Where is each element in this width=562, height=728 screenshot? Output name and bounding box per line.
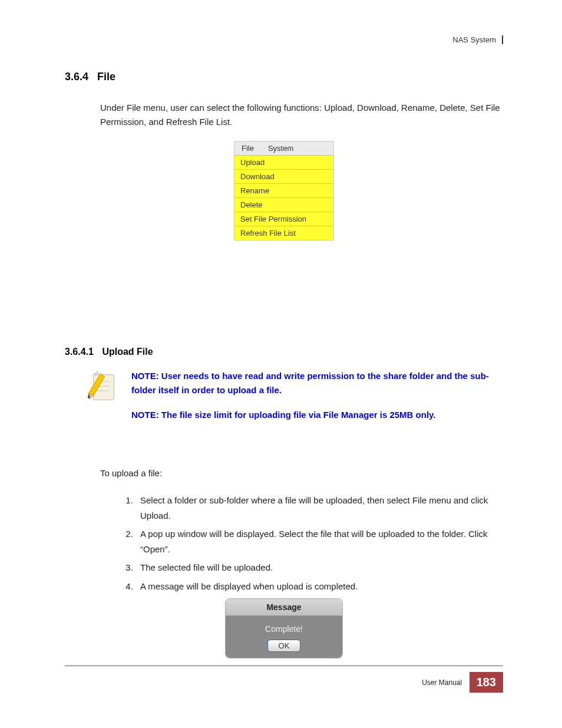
menu-item-download[interactable]: Download (234, 170, 333, 184)
page-footer: User Manual 183 (65, 666, 503, 693)
steps-intro: To upload a file: (100, 468, 503, 478)
section-intro-text: Under File menu, user can select the fol… (100, 101, 503, 129)
dialog-title: Message (226, 599, 342, 616)
menu-item-rename[interactable]: Rename (234, 184, 333, 198)
subsection-title: Upload File (102, 347, 153, 357)
note-block: NOTE: User needs to have read and write … (85, 369, 503, 433)
page-number: 183 (470, 672, 503, 693)
file-menu-figure: File System Upload Download Rename Delet… (234, 141, 334, 241)
header-document-title: NAS System (452, 35, 503, 44)
list-item: A pop up window will be displayed. Selec… (135, 526, 503, 556)
dialog-body: Complete! OK (226, 616, 342, 658)
pencil-note-icon (85, 369, 127, 433)
menu-bar: File System (234, 141, 333, 156)
section-heading: 3.6.4 File (65, 71, 503, 83)
section-number: 3.6.4 (65, 71, 88, 83)
menu-bar-item-file[interactable]: File (234, 141, 261, 155)
menu-item-refresh-file-list[interactable]: Refresh File List (234, 226, 333, 240)
subsection-number: 3.6.4.1 (65, 347, 94, 357)
list-item: The selected file will be uploaded. (135, 560, 503, 575)
list-item: A message will be displayed when upload … (135, 579, 503, 594)
menu-bar-item-system[interactable]: System (261, 141, 300, 155)
note-filesize: NOTE: The file size limit for uploading … (131, 408, 503, 422)
note-text-container: NOTE: User needs to have read and write … (131, 369, 503, 433)
list-item: Select a folder or sub-folder where a fi… (135, 493, 503, 523)
footer-label: User Manual (422, 678, 462, 687)
menu-dropdown: Upload Download Rename Delete Set File P… (234, 156, 333, 240)
section-title: File (97, 71, 115, 83)
menu-item-set-file-permission[interactable]: Set File Permission (234, 212, 333, 226)
upload-steps-list: Select a folder or sub-folder where a fi… (135, 493, 503, 594)
note-permission: NOTE: User needs to have read and write … (131, 369, 503, 397)
dialog-message-text: Complete! (226, 624, 342, 634)
message-dialog-figure: Message Complete! OK (225, 598, 343, 658)
menu-item-delete[interactable]: Delete (234, 198, 333, 212)
menu-item-upload[interactable]: Upload (234, 156, 333, 170)
subsection-heading: 3.6.4.1 Upload File (65, 347, 503, 357)
ok-button[interactable]: OK (267, 640, 301, 652)
